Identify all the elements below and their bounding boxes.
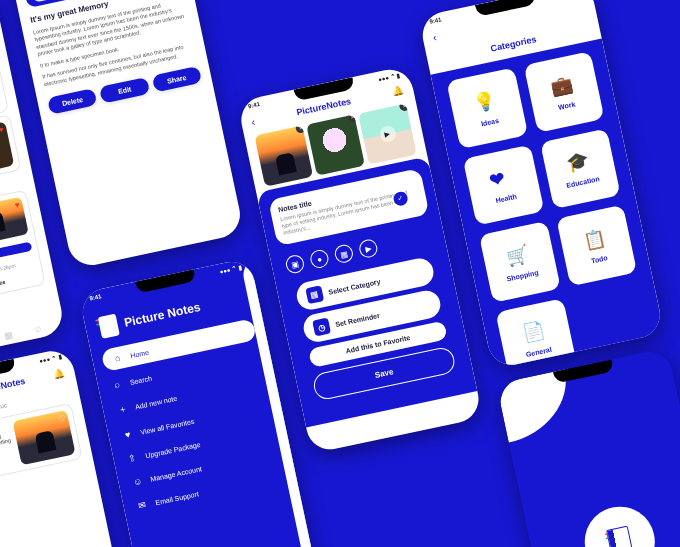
camera-icon[interactable]: ▣ <box>284 253 305 274</box>
cart-icon: 🛒 <box>504 242 532 270</box>
plus-icon: ＋ <box>116 402 128 417</box>
search-icon: ⌕ <box>111 378 123 390</box>
bell-icon[interactable]: 🔔 <box>391 84 404 96</box>
heartbeat-icon: ❤ <box>488 165 516 193</box>
category-ideas[interactable]: 💡Ideas <box>446 67 527 148</box>
category-todo[interactable]: 📋Todo <box>556 204 637 285</box>
clipboard-icon: 📄 <box>521 318 549 346</box>
card-image: ♡ <box>0 59 1 114</box>
delete-button[interactable]: Delete <box>47 87 98 114</box>
card-title: Good place <box>0 271 38 290</box>
nav-user-icon[interactable]: ☺ <box>32 323 43 335</box>
category-icon: ▤ <box>305 285 324 304</box>
attachment-video[interactable]: ▶× <box>358 103 417 164</box>
home-icon: ⌂ <box>112 352 124 364</box>
notch <box>553 359 614 383</box>
mic-icon[interactable]: ● <box>309 248 330 269</box>
category-grid: 💡Ideas 💼Work ❤Health 🎓Education 🛒Shoppin… <box>431 38 665 369</box>
clock-icon: ◷ <box>312 317 331 336</box>
attachment-image[interactable]: × <box>254 125 313 186</box>
user-icon: ☺ <box>132 475 144 487</box>
category-shopping[interactable]: 🛒Shopping <box>479 221 560 302</box>
edit-button[interactable]: Edit <box>99 76 150 103</box>
mail-icon: ✉ <box>137 499 149 511</box>
app-logo-icon <box>606 525 633 547</box>
bulb-icon: 💡 <box>472 88 500 116</box>
attachment-image[interactable]: × <box>306 114 365 175</box>
share-button[interactable]: Share <box>151 65 202 92</box>
delete-attachment-icon[interactable]: × <box>399 103 411 111</box>
video-icon[interactable]: ▶ <box>358 238 379 259</box>
category-education[interactable]: 🎓Education <box>539 127 620 208</box>
fav-card[interactable]: ♥ General 5.00.2023-05:28pm Good place <box>0 189 46 299</box>
card-image: ♥ <box>0 196 29 246</box>
app-logo-icon <box>98 313 120 338</box>
category-tag[interactable]: General <box>33 0 68 2</box>
card-image: ♥ <box>0 121 14 176</box>
play-icon: ▶ <box>378 124 397 143</box>
category-health[interactable]: ❤Health <box>463 144 544 225</box>
nav-grid-icon[interactable]: ▦ <box>4 329 15 341</box>
delete-attachment-icon[interactable]: × <box>347 114 359 122</box>
category-general[interactable]: 📄General <box>495 297 576 368</box>
checklist-icon: 📋 <box>581 225 609 253</box>
briefcase-icon: 💼 <box>548 72 576 100</box>
screen-splash <box>496 347 680 547</box>
upgrade-icon: ⇧ <box>127 452 139 464</box>
heart-icon[interactable]: ♥ <box>0 124 4 134</box>
heart-icon[interactable]: ♥ <box>14 200 21 210</box>
gallery-icon[interactable]: ▦ <box>333 243 354 264</box>
category-work[interactable]: 💼Work <box>523 51 604 132</box>
back-icon[interactable]: ‹ <box>250 115 256 128</box>
app-logo <box>578 500 661 547</box>
note-card[interactable]: This is very good placeLorem ipsum is si… <box>0 402 83 490</box>
heart-icon: ♥ <box>122 428 134 440</box>
delete-attachment-icon[interactable]: × <box>295 125 307 133</box>
back-icon[interactable]: ‹ <box>432 30 438 43</box>
graduation-icon: 🎓 <box>565 148 593 176</box>
